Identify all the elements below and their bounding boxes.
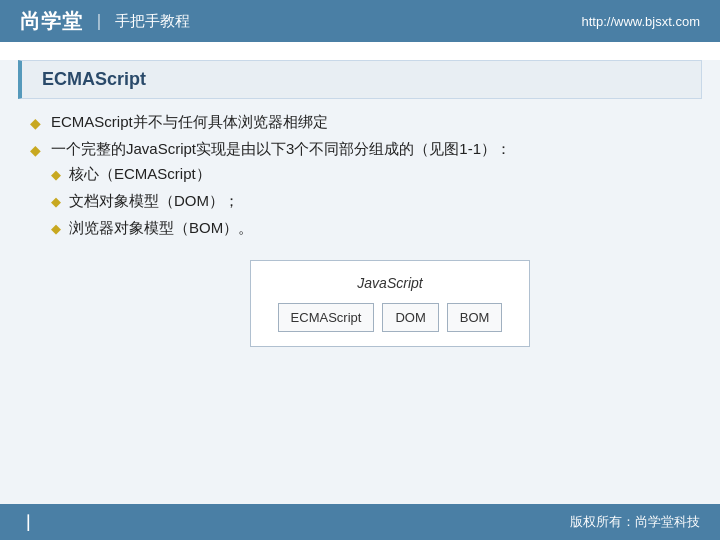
- section-title: ECMAScript: [42, 69, 146, 89]
- header-url: http://www.bjsxt.com: [582, 14, 700, 29]
- footer-right: 版权所有：尚学堂科技: [570, 513, 700, 531]
- sub-bullet-item-1: ◆ 文档对象模型（DOM）；: [51, 192, 511, 211]
- bullet-icon-1: ◆: [30, 115, 41, 131]
- bullet-text-2: 一个完整的JavaScript实现是由以下3个不同部分组成的（见图1-1）：: [51, 140, 511, 157]
- footer: ｜ 版权所有：尚学堂科技: [0, 504, 720, 540]
- diagram-box-ecma: ECMAScript: [278, 303, 375, 332]
- bullet-text-1: ECMAScript并不与任何具体浏览器相绑定: [51, 113, 328, 132]
- diagram-box-dom: DOM: [382, 303, 438, 332]
- sub-bullet-item-2: ◆ 浏览器对象模型（BOM）。: [51, 219, 511, 238]
- bullet-icon-2: ◆: [30, 142, 41, 158]
- footer-left: ｜: [20, 512, 36, 533]
- logo: 尚学堂: [20, 8, 83, 35]
- main-content: ECMAScript ◆ ECMAScript并不与任何具体浏览器相绑定 ◆ 一…: [0, 60, 720, 522]
- sub-bullet-icon-1: ◆: [51, 194, 61, 209]
- sub-bullet-text-2: 浏览器对象模型（BOM）。: [69, 219, 253, 238]
- header-subtitle: 手把手教程: [115, 12, 190, 31]
- diagram-box-bom: BOM: [447, 303, 503, 332]
- sub-bullet-text-1: 文档对象模型（DOM）；: [69, 192, 239, 211]
- bullet-item-2: ◆ 一个完整的JavaScript实现是由以下3个不同部分组成的（见图1-1）：…: [30, 140, 690, 242]
- sub-bullet-icon-2: ◆: [51, 221, 61, 236]
- header-divider: ｜: [91, 11, 107, 32]
- header-left: 尚学堂 ｜ 手把手教程: [20, 8, 190, 35]
- sub-bullet-text-0: 核心（ECMAScript）: [69, 165, 211, 184]
- content-area: ◆ ECMAScript并不与任何具体浏览器相绑定 ◆ 一个完整的JavaScr…: [0, 99, 720, 357]
- bullet-item-1: ◆ ECMAScript并不与任何具体浏览器相绑定: [30, 113, 690, 132]
- bullet-2-content: 一个完整的JavaScript实现是由以下3个不同部分组成的（见图1-1）： ◆…: [51, 140, 511, 242]
- diagram-container: JavaScript ECMAScript DOM BOM: [190, 260, 530, 347]
- sub-bullet-item-0: ◆ 核心（ECMAScript）: [51, 165, 511, 184]
- diagram: JavaScript ECMAScript DOM BOM: [250, 260, 530, 347]
- section-title-bar: ECMAScript: [18, 60, 702, 99]
- sub-bullet-icon-0: ◆: [51, 167, 61, 182]
- diagram-top-label: JavaScript: [271, 275, 509, 291]
- diagram-boxes: ECMAScript DOM BOM: [271, 303, 509, 332]
- header: 尚学堂 ｜ 手把手教程 http://www.bjsxt.com: [0, 0, 720, 42]
- sub-list: ◆ 核心（ECMAScript） ◆ 文档对象模型（DOM）； ◆ 浏览器对象模…: [51, 165, 511, 242]
